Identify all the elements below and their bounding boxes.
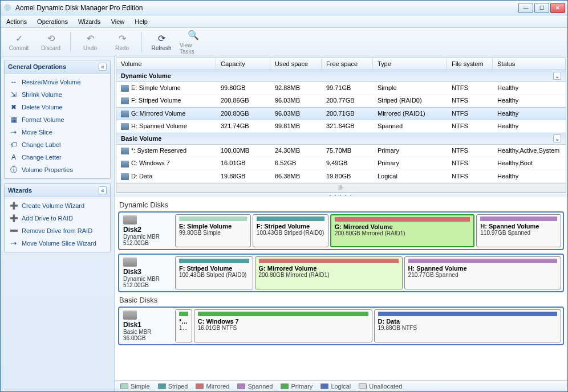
partition-desc: 99.80GB Simple <box>179 230 247 236</box>
op-label: Shrink Volume <box>22 91 62 98</box>
column-header[interactable]: Free space <box>322 58 373 70</box>
partition-desc: 110.97GB Spanned <box>480 230 557 236</box>
op-icon: 🏷 <box>9 140 18 149</box>
op-add-drive-to-raid[interactable]: ➕Add Drive to RAID <box>6 212 109 224</box>
column-header[interactable]: Status <box>493 58 566 70</box>
partition-name: F: Striped Volume <box>257 223 324 230</box>
op-remove-drive-from-raid[interactable]: ➖Remove Drive from RAID <box>6 224 109 237</box>
op-change-letter[interactable]: AChange Letter <box>6 151 109 164</box>
volume-row[interactable]: D: Data19.88GB86.38MB19.80GBLogicalNTFSH… <box>116 170 566 183</box>
used-space: 6.52GB <box>270 158 322 168</box>
volume-row[interactable]: H: Spanned Volume321.74GB99.81MB321.64GB… <box>116 120 566 133</box>
legend-item: Mirrored <box>196 383 229 390</box>
partition[interactable]: D: Data19.88GB NTFS <box>374 309 562 342</box>
drive-icon <box>123 258 137 267</box>
close-button[interactable]: ✕ <box>550 3 565 13</box>
sidebar-panel: Wizards«➕Create Volume Wizard➕Add Drive … <box>4 183 111 252</box>
partition[interactable]: F: Striped Volume100.43GB Striped (RAID0… <box>253 214 328 247</box>
op-label: Change Letter <box>22 154 62 161</box>
column-header[interactable]: Type <box>373 58 447 70</box>
chevron-down-icon[interactable]: ⌄ <box>553 134 561 142</box>
legend-item: Unallocated <box>359 383 402 390</box>
toolbar-separator <box>141 32 142 52</box>
horizontal-scrollbar[interactable]: ⊪ <box>116 183 566 192</box>
menu-wizards[interactable]: Wizards <box>78 18 101 25</box>
disk-info[interactable]: Disk3Dynamic MBR512.00GB <box>121 256 173 289</box>
collapse-icon[interactable]: « <box>99 63 107 71</box>
panel-header: Wizards« <box>5 184 110 197</box>
partition-bar <box>259 259 399 263</box>
capacity: 16.01GB <box>216 158 270 168</box>
legend-item: Simple <box>120 383 150 390</box>
partition[interactable]: H: Spanned Volume210.77GB Spanned <box>404 256 561 289</box>
legend-label: Logical <box>331 383 351 390</box>
used-space: 86.38MB <box>270 172 322 181</box>
menu-operations[interactable]: Operations <box>37 18 68 25</box>
partition[interactable]: G: Mirrored Volume200.80GB Mirrored (RAI… <box>330 214 475 247</box>
op-create-volume-wizard[interactable]: ➕Create Volume Wizard <box>6 199 109 212</box>
drive-icon <box>123 311 137 320</box>
menu-view[interactable]: View <box>111 18 125 25</box>
volume-row[interactable]: *: System Reserved100.00MB24.30MB75.70MB… <box>116 145 566 157</box>
op-move-volume-slice-wizard[interactable]: ⇢Move Volume Slice Wizard <box>6 237 109 250</box>
free-space: 9.49GB <box>322 158 373 168</box>
volume-grid: VolumeCapacityUsed spaceFree spaceTypeFi… <box>116 58 566 193</box>
column-header[interactable]: Capacity <box>216 58 270 70</box>
disk-icon <box>121 123 129 130</box>
legend-swatch <box>158 383 166 389</box>
column-header[interactable]: Volume <box>116 58 216 70</box>
menu-actions[interactable]: Actions <box>6 18 27 25</box>
toolbar: ✓Commit⟲Discard↶Undo↷Redo⟳Refresh🔍View T… <box>1 28 567 56</box>
volume-row[interactable]: G: Mirrored Volume200.80GB96.03MB200.71G… <box>116 107 566 120</box>
op-shrink-volume[interactable]: ⇲Shrink Volume <box>6 88 109 101</box>
op-format-volume[interactable]: ▦Format Volume <box>6 113 109 126</box>
maximize-button[interactable]: ☐ <box>534 3 549 13</box>
op-label: Add Drive to RAID <box>22 215 73 222</box>
capacity: 99.80GB <box>216 83 270 93</box>
collapse-icon[interactable]: « <box>99 186 107 194</box>
op-icon: ⇲ <box>9 90 18 99</box>
chevron-down-icon[interactable]: ⌄ <box>553 72 561 80</box>
status: Healthy <box>493 172 566 181</box>
op-icon: ➖ <box>9 226 18 235</box>
op-label: Move Slice <box>22 129 52 136</box>
disk-info[interactable]: Disk1Basic MBR36.00GB <box>121 309 173 342</box>
toolbar-label: Undo <box>83 45 97 51</box>
partition[interactable]: G: Mirrored Volume200.80GB Mirrored (RAI… <box>255 256 403 289</box>
column-header[interactable]: File system <box>447 58 493 70</box>
op-move-slice[interactable]: ⇢Move Slice <box>6 126 109 138</box>
volume-row[interactable]: C: Windows 716.01GB6.52GB9.49GBPrimaryNT… <box>116 157 566 170</box>
disk-icon <box>121 161 129 168</box>
volume-type: Primary <box>373 146 447 156</box>
volume-name: H: Spanned Volume <box>131 122 187 129</box>
volume-row[interactable]: F: Striped Volume200.86GB96.03MB200.77GB… <box>116 95 566 107</box>
partition-name: G: Mirrored Volume <box>335 223 470 230</box>
op-change-label[interactable]: 🏷Change Label <box>6 138 109 151</box>
partition[interactable]: *: S100. <box>175 309 192 342</box>
op-icon: ⓘ <box>9 165 18 174</box>
status: Healthy,Active,System <box>493 146 566 156</box>
sidebar: General Operations«↔Resize/Move Volume⇲S… <box>1 56 115 391</box>
partition[interactable]: C: Windows 716.01GB NTFS <box>194 309 372 342</box>
op-label: Change Label <box>22 141 61 148</box>
disks-area: Dynamic DisksDisk2Dynamic MBR512.00GBE: … <box>115 197 567 380</box>
volume-row[interactable]: E: Simple Volume99.80GB92.88MB99.71GBSim… <box>116 82 566 95</box>
volume-name: G: Mirrored Volume <box>131 110 185 117</box>
column-header[interactable]: Used space <box>270 58 322 70</box>
partition[interactable]: H: Spanned Volume110.97GB Spanned <box>476 214 561 247</box>
partition-desc: 100.43GB Striped (RAID0) <box>257 230 324 236</box>
disk-info[interactable]: Disk2Dynamic MBR512.00GB <box>121 214 173 247</box>
menu-help[interactable]: Help <box>135 18 148 25</box>
section-title: Basic Volume <box>121 135 161 142</box>
file-system: NTFS <box>447 109 493 119</box>
partition[interactable]: F: Striped Volume100.43GB Striped (RAID0… <box>175 256 253 289</box>
op-resize-move-volume[interactable]: ↔Resize/Move Volume <box>6 76 109 88</box>
op-delete-volume[interactable]: ✖Delete Volume <box>6 101 109 113</box>
partition[interactable]: E: Simple Volume99.80GB Simple <box>175 214 251 247</box>
minimize-button[interactable]: — <box>518 3 533 13</box>
refresh-button[interactable]: ⟳Refresh <box>148 30 175 55</box>
volume-type: Spanned <box>373 121 447 131</box>
free-space: 321.64GB <box>322 121 373 131</box>
op-volume-properties[interactable]: ⓘVolume Properties <box>6 164 109 176</box>
disk-size: 512.00GB <box>123 282 171 288</box>
